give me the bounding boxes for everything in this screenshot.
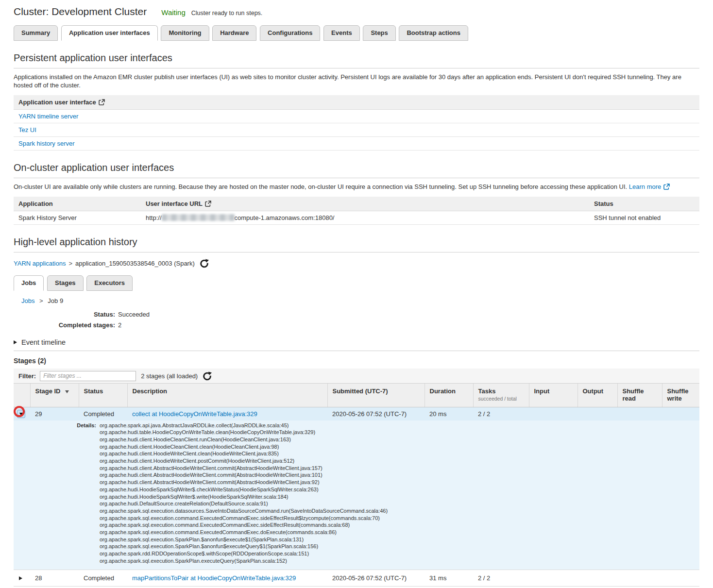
stage-output	[577, 407, 617, 420]
application-id: application_1590503538546_0003 (Spark)	[75, 260, 195, 267]
persistent-section-description: Applications installed on the Amazon EMR…	[14, 73, 699, 89]
yarn-applications-link[interactable]: YARN applications	[14, 260, 66, 267]
user-interface-url: http://compute-1.amazonaws.com:18080/	[141, 211, 589, 225]
completed-stages-label: Completed stages:	[14, 320, 115, 331]
col-user-interface-url: User interface URL	[141, 197, 589, 211]
stage-shuffle-read	[617, 570, 662, 586]
stage-description-link[interactable]: mapPartitionsToPair at HoodieCopyOnWrite…	[132, 574, 296, 582]
oncluster-ui-table: Application User interface URL Status Sp…	[14, 197, 699, 225]
stage-id: 28	[30, 570, 79, 586]
stage-row-28: 28 Completed mapPartitionsToPair at Hood…	[14, 570, 699, 586]
job-breadcrumb: Jobs > Job 9	[14, 297, 699, 304]
job-id: Job 9	[48, 297, 63, 304]
tab-stages[interactable]: Stages	[47, 275, 84, 291]
cluster-header: Cluster: Development Cluster Waiting Clu…	[14, 6, 699, 17]
tab-application-user-interfaces[interactable]: Application user interfaces	[61, 25, 158, 41]
history-tabs: Jobs Stages Executors	[14, 275, 699, 291]
tab-jobs[interactable]: Jobs	[14, 275, 44, 291]
chevron-right-icon	[14, 340, 17, 344]
event-timeline-toggle[interactable]: Event timeline	[14, 338, 699, 351]
tab-executors[interactable]: Executors	[86, 275, 133, 291]
table-row: Spark History Server http://compute-1.am…	[14, 211, 699, 225]
stage-shuffle-write	[662, 570, 699, 586]
col-tasks: Taskssucceeded / total	[473, 384, 529, 407]
expander-cell	[14, 407, 30, 420]
col-status: Status	[589, 197, 699, 211]
tab-events[interactable]: Events	[323, 25, 360, 41]
external-link-icon	[663, 184, 670, 190]
stages-panel: Filter: 2 stages (all loaded) Stage ID S…	[14, 369, 699, 588]
tab-steps[interactable]: Steps	[363, 25, 395, 41]
stage-output	[577, 570, 617, 586]
cluster-status-detail: Cluster ready to run steps.	[191, 10, 263, 17]
tez-ui-link[interactable]: Tez UI	[18, 126, 36, 134]
oncluster-section-description: On-cluster UI are available only while c…	[14, 183, 699, 191]
stage-submitted: 2020-05-26 07:52 (UTC-7)	[327, 407, 424, 420]
stages-count-text: 2 stages (all loaded)	[141, 372, 198, 380]
table-row: YARN timeline server	[14, 110, 699, 123]
spark-history-server-link[interactable]: Spark history server	[18, 140, 75, 147]
tab-configurations[interactable]: Configurations	[260, 25, 320, 41]
tab-hardware[interactable]: Hardware	[212, 25, 256, 41]
yarn-timeline-server-link[interactable]: YARN timeline server	[18, 113, 78, 120]
stage-duration: 20 ms	[424, 407, 473, 420]
stage-duration: 31 ms	[424, 570, 473, 586]
stage-details-row: Details: org.apache.spark.api.java.Abstr…	[14, 420, 699, 570]
sort-desc-icon	[65, 390, 69, 393]
job-summary: Status:Succeeded Completed stages:2	[14, 309, 699, 331]
stage-tasks: 2 / 2	[473, 407, 529, 420]
stage-status: Completed	[79, 407, 127, 420]
jobs-link[interactable]: Jobs	[21, 297, 34, 304]
stage-status: Completed	[79, 570, 127, 586]
stage-input	[529, 570, 577, 586]
filter-label: Filter:	[18, 372, 36, 380]
tab-summary[interactable]: Summary	[14, 25, 58, 41]
col-application: Application	[14, 197, 141, 211]
status-value: Succeeded	[118, 309, 150, 320]
external-link-icon	[99, 99, 105, 105]
refresh-icon[interactable]	[200, 259, 209, 268]
collapse-stage-button[interactable]	[17, 410, 25, 418]
col-expander	[14, 384, 30, 407]
page-title: Cluster: Development Cluster	[14, 6, 147, 17]
stage-id: 29	[30, 407, 79, 420]
col-shuffle-write: Shuffle write	[662, 384, 699, 407]
redacted-url-segment	[162, 214, 235, 221]
application-name: Spark History Server	[14, 211, 141, 225]
refresh-icon[interactable]	[203, 371, 212, 381]
stage-input	[529, 407, 577, 420]
external-link-icon	[205, 201, 211, 207]
stage-description-link[interactable]: collect at HoodieCopyOnWriteTable.java:3…	[132, 410, 257, 418]
breadcrumb: YARN applications > application_15905035…	[14, 259, 699, 268]
stage-submitted: 2020-05-26 07:52 (UTC-7)	[327, 570, 424, 586]
stages-section-title: Stages (2)	[14, 357, 699, 365]
col-output: Output	[577, 384, 617, 407]
col-stage-id[interactable]: Stage ID	[30, 384, 79, 407]
col-status: Status	[79, 384, 127, 407]
col-input: Input	[529, 384, 577, 407]
stages-table: Stage ID Status Description Submitted (U…	[14, 384, 699, 587]
table-row: Tez UI	[14, 123, 699, 137]
persistent-ui-table: Application user interface YARN timeline…	[14, 95, 699, 151]
learn-more-link[interactable]: Learn more	[629, 183, 670, 190]
history-section-title: High-level application history	[14, 236, 699, 252]
status-label: Status:	[14, 309, 115, 320]
tab-monitoring[interactable]: Monitoring	[161, 25, 209, 41]
col-shuffle-read: Shuffle read	[617, 384, 662, 407]
col-submitted: Submitted (UTC-7)	[327, 384, 424, 407]
details-label: Details:	[65, 422, 96, 565]
cluster-tabs: Summary Application user interfaces Moni…	[14, 25, 699, 41]
col-description: Description	[127, 384, 327, 407]
filter-stages-input[interactable]	[40, 371, 136, 381]
col-duration: Duration	[424, 384, 473, 407]
expand-stage-button[interactable]	[19, 576, 22, 580]
tab-bootstrap-actions[interactable]: Bootstrap actions	[399, 25, 468, 41]
stage-row-29: 29 Completed collect at HoodieCopyOnWrit…	[14, 407, 699, 420]
expander-cell	[14, 570, 30, 586]
triangle-down-icon	[19, 413, 23, 416]
stages-filter-bar: Filter: 2 stages (all loaded)	[14, 369, 699, 384]
persistent-table-header: Application user interface	[14, 95, 699, 110]
persistent-section-title: Persistent application user interfaces	[14, 52, 699, 68]
emr-cluster-page: Cluster: Development Cluster Waiting Clu…	[0, 0, 713, 588]
stack-trace: org.apache.spark.api.java.AbstractJavaRD…	[100, 422, 388, 565]
